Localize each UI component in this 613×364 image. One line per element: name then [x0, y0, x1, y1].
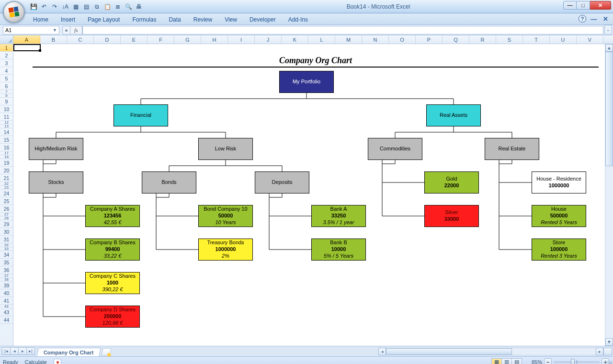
- row-header[interactable]: 24: [0, 190, 13, 197]
- org-node-comm[interactable]: Commodities: [368, 138, 422, 160]
- row-header[interactable]: 30: [0, 228, 13, 236]
- column-header[interactable]: A: [13, 35, 40, 44]
- vertical-scrollbar[interactable]: ▲ ▼: [605, 44, 613, 346]
- office-button[interactable]: [3, 1, 25, 23]
- formula-input[interactable]: [82, 26, 603, 34]
- ribbon-tab-page-layout[interactable]: Page Layout: [81, 14, 126, 25]
- fx-label[interactable]: fx: [70, 26, 82, 34]
- sheet-nav-prev[interactable]: ◂: [10, 347, 19, 355]
- scroll-up-button[interactable]: ▲: [605, 44, 613, 52]
- new-sheet-icon[interactable]: [101, 348, 111, 356]
- row-header[interactable]: 44: [0, 316, 13, 324]
- view-normal-button[interactable]: ▦: [491, 358, 502, 364]
- row-header[interactable]: 43: [0, 308, 13, 316]
- row-header[interactable]: 33: [0, 247, 13, 251]
- org-node-deposits[interactable]: Deposits: [255, 171, 309, 193]
- table2-icon[interactable]: ▤: [81, 2, 91, 11]
- org-node-bonds[interactable]: Bonds: [142, 171, 196, 193]
- column-header[interactable]: G: [174, 35, 201, 44]
- ribbon-tab-review[interactable]: Review: [187, 14, 218, 25]
- row-header[interactable]: 11: [0, 113, 13, 121]
- row-header[interactable]: 40: [0, 289, 13, 297]
- row-header[interactable]: 21: [0, 174, 13, 182]
- close-button[interactable]: ✕: [590, 1, 611, 10]
- minimize-button[interactable]: ―: [563, 1, 577, 10]
- formula-cancel-icon[interactable]: ●: [62, 26, 70, 34]
- row-header[interactable]: 1: [0, 44, 13, 52]
- ribbon-minimize-window-icon[interactable]: ―: [590, 15, 598, 23]
- row-header[interactable]: 25: [0, 197, 13, 205]
- column-header[interactable]: E: [121, 35, 148, 44]
- row-header[interactable]: 34: [0, 251, 13, 259]
- org-node-store[interactable]: Store100000Rented 3 Years: [532, 239, 586, 261]
- row-header[interactable]: 16: [0, 144, 13, 151]
- column-header[interactable]: I: [228, 35, 255, 44]
- org-node-bc10[interactable]: Bond Company 105000010 Years: [198, 205, 253, 227]
- column-header[interactable]: B: [40, 35, 67, 44]
- org-node-house-res[interactable]: House - Residence1000000: [532, 171, 586, 193]
- column-header[interactable]: P: [416, 35, 443, 44]
- column-header[interactable]: K: [282, 35, 308, 44]
- sheet-nav-last[interactable]: ▸|: [26, 347, 35, 355]
- org-node-gold[interactable]: Gold22000: [424, 171, 479, 193]
- zoom-level[interactable]: 85%: [532, 359, 542, 364]
- org-node-tb[interactable]: Treasury Bonds10000002%: [198, 239, 253, 261]
- formula-expand-icon[interactable]: ⌄: [604, 25, 612, 34]
- row-header[interactable]: 20: [0, 167, 13, 174]
- row-header[interactable]: 13: [0, 125, 13, 128]
- column-header[interactable]: O: [389, 35, 416, 44]
- paste-icon[interactable]: 📋: [102, 2, 112, 11]
- macro-record-icon[interactable]: [54, 359, 61, 364]
- ribbon-tab-formulas[interactable]: Formulas: [126, 14, 162, 25]
- copy-icon[interactable]: ⧉: [92, 2, 102, 11]
- undo-icon[interactable]: ↶: [39, 2, 49, 11]
- horizontal-scrollbar[interactable]: ◂ ▸: [378, 348, 603, 355]
- row-header[interactable]: 42: [0, 305, 13, 308]
- zoom-slider-thumb[interactable]: [571, 359, 575, 364]
- view-page-layout-button[interactable]: ▥: [501, 358, 512, 364]
- row-header[interactable]: 36: [0, 266, 13, 274]
- row-header[interactable]: 38: [0, 278, 13, 282]
- org-node-ca[interactable]: Company A Shares12345642,55 €: [85, 205, 140, 227]
- row-header[interactable]: 31: [0, 236, 13, 243]
- print-icon[interactable]: 🖶: [134, 2, 144, 11]
- ribbon-tab-view[interactable]: View: [218, 14, 243, 25]
- row-header[interactable]: 41: [0, 297, 13, 305]
- sheet-nav-next[interactable]: ▸: [18, 347, 27, 355]
- sort-icon[interactable]: ↓A: [60, 2, 70, 11]
- sheet-tab[interactable]: Company Org Chart: [36, 348, 101, 357]
- org-node-silver[interactable]: Silver33000: [424, 205, 479, 227]
- print-preview-icon[interactable]: 🔍: [124, 2, 133, 11]
- row-header[interactable]: 10: [0, 105, 13, 113]
- cell-viewport[interactable]: Company Org Chart My PortfolioFinancialR…: [13, 44, 613, 346]
- row-header[interactable]: 6: [0, 82, 13, 90]
- save-icon[interactable]: 💾: [29, 2, 38, 11]
- maximize-button[interactable]: □: [577, 1, 590, 10]
- column-header[interactable]: H: [201, 35, 228, 44]
- column-header[interactable]: V: [577, 35, 603, 44]
- org-node-root[interactable]: My Portfolio: [279, 71, 334, 93]
- ribbon-tab-insert[interactable]: Insert: [55, 14, 81, 25]
- row-header[interactable]: 19: [0, 159, 13, 167]
- active-cell[interactable]: [13, 44, 41, 51]
- column-header[interactable]: M: [335, 35, 362, 44]
- scroll-left-button[interactable]: ◂: [378, 348, 386, 355]
- row-header[interactable]: 18: [0, 155, 13, 159]
- org-node-cc[interactable]: Company C Shares1000390,22 €: [85, 272, 140, 294]
- chevron-down-icon[interactable]: ▼: [53, 28, 57, 33]
- select-all-button[interactable]: [0, 35, 13, 44]
- column-header[interactable]: L: [308, 35, 335, 44]
- row-header[interactable]: 15: [0, 136, 13, 144]
- column-header[interactable]: S: [496, 35, 523, 44]
- column-header[interactable]: Q: [443, 35, 469, 44]
- row-header[interactable]: 4: [0, 67, 13, 75]
- row-header[interactable]: 5: [0, 75, 13, 82]
- org-node-cb[interactable]: Company B Shares9940033,22 €: [85, 239, 140, 261]
- row-header[interactable]: 28: [0, 216, 13, 220]
- column-header[interactable]: C: [67, 35, 94, 44]
- redo-icon[interactable]: ↷: [50, 2, 59, 11]
- column-header[interactable]: R: [469, 35, 496, 44]
- horizontal-scroll-thumb[interactable]: [386, 348, 512, 355]
- row-header[interactable]: 8: [0, 94, 13, 98]
- row-header[interactable]: 9: [0, 98, 13, 105]
